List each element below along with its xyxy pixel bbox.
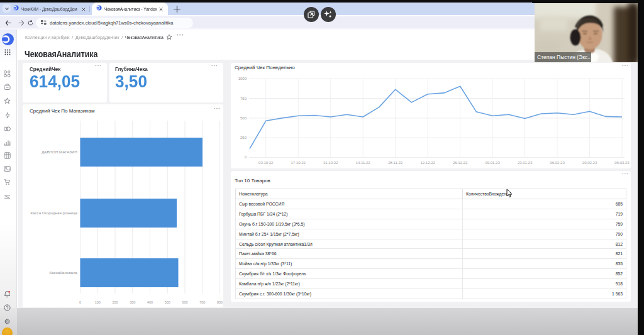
- svg-text:09.01.23: 09.01.23: [485, 161, 500, 165]
- svg-text:700: 700: [199, 300, 205, 304]
- svg-text:1000: 1000: [238, 77, 247, 80]
- svg-text:23.01.23: 23.01.23: [518, 161, 533, 165]
- svg-text:0: 0: [245, 155, 247, 159]
- svg-text:500: 500: [240, 116, 247, 120]
- svg-text:300: 300: [130, 300, 135, 304]
- svg-text:500: 500: [165, 300, 170, 304]
- svg-text:31.10.22: 31.10.22: [323, 161, 338, 165]
- svg-text:06.03.23: 06.03.23: [614, 161, 630, 165]
- svg-text:250: 250: [240, 136, 247, 140]
- svg-text:06.02.23: 06.02.23: [550, 161, 565, 165]
- svg-text:Касса Огородная розница: Касса Огородная розница: [30, 211, 77, 215]
- svg-text:750: 750: [240, 97, 247, 101]
- svg-text:12.12.22: 12.12.22: [420, 161, 435, 165]
- svg-text:0: 0: [79, 300, 81, 304]
- svg-text:28.11.22: 28.11.22: [388, 161, 403, 165]
- svg-text:400: 400: [147, 300, 153, 304]
- svg-text:14.11.22: 14.11.22: [356, 161, 371, 165]
- svg-text:20.02.23: 20.02.23: [582, 161, 597, 165]
- svg-text:ДАВПОН МАГАЗИН: ДАВПОН МАГАЗИН: [42, 150, 77, 154]
- svg-text:КассаКалевала: КассаКалевала: [50, 270, 78, 275]
- svg-text:100: 100: [95, 300, 101, 304]
- svg-text:Степан Пыстин (Экс...: Степан Пыстин (Экс...: [537, 54, 592, 60]
- svg-text:200: 200: [112, 300, 118, 304]
- svg-text:800: 800: [217, 300, 223, 304]
- svg-text:17.10.22: 17.10.22: [291, 161, 306, 165]
- svg-text:03.10.22: 03.10.22: [258, 161, 274, 165]
- svg-text:600: 600: [182, 300, 187, 304]
- svg-text:26.12.22: 26.12.22: [453, 161, 468, 165]
